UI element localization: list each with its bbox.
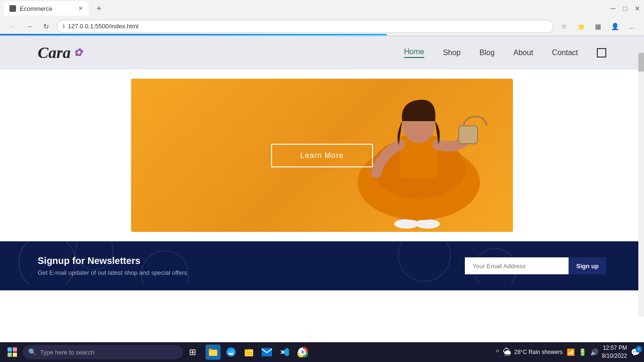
svg-rect-19: [246, 354, 252, 355]
profile-icon[interactable]: 👤: [608, 20, 621, 33]
network-icon[interactable]: 📶: [567, 348, 575, 356]
logo-text: Cara: [38, 44, 71, 62]
scrollbar-thumb[interactable]: [638, 53, 644, 72]
taskbar-search-placeholder: Type here to search: [40, 349, 94, 356]
loading-bar: [0, 34, 387, 35]
hero-image: Learn More: [131, 79, 513, 232]
learn-more-container: Learn More: [271, 144, 373, 167]
tab-close-btn[interactable]: ✕: [78, 5, 83, 12]
website-content: Cara ✿ Home Shop Blog About Contact: [0, 36, 644, 290]
site-logo: Cara ✿: [38, 44, 404, 62]
weather-icon: 🌦: [503, 347, 512, 357]
nav-contact[interactable]: Contact: [552, 49, 578, 57]
notification-icon[interactable]: 💬 2: [631, 348, 640, 357]
battery-icon[interactable]: 🔋: [578, 348, 586, 356]
svg-rect-17: [245, 349, 248, 351]
start-button[interactable]: [4, 344, 21, 361]
minimize-btn[interactable]: ─: [611, 5, 616, 12]
url-text: 127.0.0.1:5500/index.html: [68, 23, 139, 30]
nav-links: Home Shop Blog About Contact: [404, 48, 606, 58]
date-display: 8/10/2022: [602, 352, 627, 360]
reload-button[interactable]: ↻: [40, 20, 53, 33]
logo-flower-icon: ✿: [74, 47, 82, 59]
browser-toolbar: ← → ↻ ℹ 127.0.0.1:5500/index.html ☆ ⭐ ▦ …: [0, 17, 644, 36]
newsletter-section: Signup for Newsletters Get E-mail update…: [0, 241, 644, 290]
svg-point-2: [394, 219, 419, 229]
maximize-btn[interactable]: □: [623, 5, 627, 12]
edge-browser-icon[interactable]: [223, 345, 239, 360]
notification-badge: 2: [636, 346, 642, 353]
newsletter-form: Sign up: [465, 257, 606, 274]
nav-shop[interactable]: Shop: [443, 49, 461, 57]
address-bar[interactable]: ℹ 127.0.0.1:5500/index.html: [57, 20, 553, 33]
taskbar-clock[interactable]: 12:57 PM 8/10/2022: [602, 344, 627, 360]
windows-logo-icon: [8, 347, 17, 357]
back-button[interactable]: ←: [6, 20, 19, 33]
taskbar-icons: [202, 345, 314, 360]
svg-rect-7: [459, 126, 478, 144]
mail-icon[interactable]: [259, 345, 274, 360]
window-controls: ─ □ ✕: [611, 5, 640, 12]
nav-about[interactable]: About: [513, 49, 533, 57]
cart-icon[interactable]: [597, 48, 606, 58]
newsletter-content: Signup for Newsletters Get E-mail update…: [38, 255, 465, 276]
newsletter-title: Signup for Newsletters: [38, 255, 465, 266]
system-tray: ^ 🌦 28°C Rain showers 📶 🔋 🔊: [496, 347, 598, 357]
newsletter-subtitle: Get E-mail updater of out latest shop an…: [38, 269, 465, 276]
nav-home[interactable]: Home: [404, 48, 424, 58]
lock-icon: ℹ: [63, 23, 65, 30]
volume-icon[interactable]: 🔊: [590, 348, 598, 356]
weather-info: 🌦 28°C Rain showers: [503, 347, 563, 357]
chrome-icon[interactable]: [295, 345, 310, 360]
taskbar: 🔍 Type here to search ⊞: [0, 342, 644, 362]
menu-icon[interactable]: …: [625, 20, 638, 33]
time-display: 12:57 PM: [602, 344, 627, 352]
favorites-icon[interactable]: ☆: [557, 20, 570, 33]
task-view-icon[interactable]: ⊞: [185, 345, 200, 360]
forward-button[interactable]: →: [23, 20, 36, 33]
toolbar-actions: ☆ ⭐ ▦ 👤 …: [557, 20, 638, 33]
learn-more-button[interactable]: Learn More: [271, 144, 373, 167]
scrollbar-track[interactable]: [638, 53, 644, 317]
email-input[interactable]: [465, 257, 569, 274]
search-icon: 🔍: [28, 348, 36, 356]
new-tab-button[interactable]: +: [92, 2, 106, 15]
nav-blog[interactable]: Blog: [479, 49, 495, 57]
star-icon[interactable]: ⭐: [574, 20, 587, 33]
taskbar-right: ^ 🌦 28°C Rain showers 📶 🔋 🔊 12:57 PM 8/1…: [496, 344, 640, 360]
chevron-up-icon[interactable]: ^: [496, 348, 499, 356]
close-btn[interactable]: ✕: [635, 5, 640, 12]
browser-tab[interactable]: Ecommerce ✕: [4, 1, 89, 16]
file-manager-icon[interactable]: [241, 345, 256, 360]
tab-page-icon: [9, 5, 16, 12]
file-explorer-icon[interactable]: [206, 345, 221, 360]
weather-text: 28°C Rain showers: [514, 349, 563, 355]
svg-point-3: [415, 219, 440, 229]
tab-title: Ecommerce: [20, 5, 52, 12]
hero-section: Learn More: [0, 69, 644, 241]
signup-button[interactable]: Sign up: [569, 257, 606, 274]
collections-icon[interactable]: ▦: [591, 20, 604, 33]
svg-point-24: [302, 351, 304, 353]
svg-rect-18: [246, 352, 252, 353]
nav-header: Cara ✿ Home Shop Blog About Contact: [0, 36, 644, 69]
vscode-icon[interactable]: [277, 345, 292, 360]
taskbar-search[interactable]: 🔍 Type here to search: [23, 345, 183, 359]
